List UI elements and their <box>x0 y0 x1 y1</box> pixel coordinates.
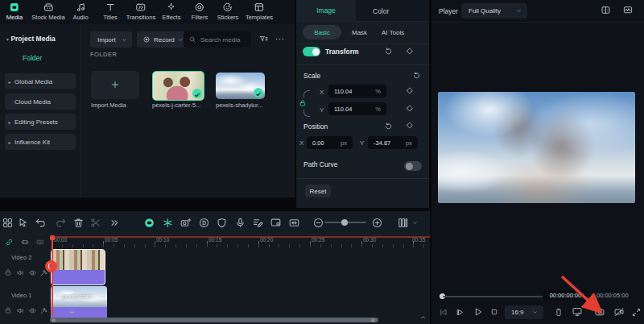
lock-track-icon[interactable] <box>4 306 12 314</box>
link-icon[interactable] <box>5 238 14 247</box>
keyframe-diamond-icon[interactable]: ◇ <box>407 104 413 112</box>
clip-video2-couple[interactable] <box>51 249 105 285</box>
tab-color[interactable]: Color <box>373 7 389 15</box>
delete-icon[interactable] <box>72 217 85 229</box>
position-y-input[interactable]: -34.87 px <box>368 136 418 149</box>
zoom-slider-handle[interactable] <box>341 219 348 226</box>
import-media-tile[interactable] <box>91 71 139 99</box>
split-icon[interactable] <box>89 217 101 229</box>
playhead-handle[interactable] <box>50 235 55 240</box>
filter-icon[interactable] <box>258 34 269 44</box>
scroll-up-icon[interactable] <box>419 313 427 322</box>
tab-image[interactable]: Image <box>296 0 356 21</box>
play-icon[interactable] <box>473 306 484 318</box>
tab-filters[interactable]: Filters <box>192 2 208 21</box>
reset-position-icon[interactable] <box>384 122 393 131</box>
mask-icon[interactable] <box>216 217 228 229</box>
position-x-input[interactable]: 0.00 px <box>307 136 353 149</box>
import-button[interactable]: Import <box>90 31 132 48</box>
add-track-button[interactable]: + <box>69 307 74 317</box>
track-options-icon[interactable] <box>2 217 14 229</box>
tab-stock-media[interactable]: Stock Media <box>31 2 64 21</box>
keyframe-diamond-icon[interactable]: ◇ <box>407 47 413 55</box>
sidebar-item-influence-kit[interactable]: ▸ Influence Kit <box>5 134 76 150</box>
lock-track-icon[interactable] <box>4 268 12 276</box>
reset-scale-icon[interactable] <box>412 71 421 80</box>
subtab-mask[interactable]: Mask <box>352 29 367 36</box>
render-preview-icon[interactable] <box>622 5 634 15</box>
reset-button[interactable]: Reset <box>305 185 331 197</box>
split-screen-icon[interactable] <box>601 5 611 15</box>
search-input[interactable]: Search media <box>184 31 251 48</box>
scrollbar-cap <box>52 318 56 322</box>
adjustment-icon[interactable] <box>252 217 264 229</box>
tab-transitions[interactable]: Transitions <box>126 2 155 21</box>
position-x-label: X <box>299 139 303 147</box>
effects-wand-icon[interactable] <box>39 306 48 315</box>
hide-track-icon[interactable] <box>28 268 37 277</box>
ruler-label: 00:20 <box>260 237 273 243</box>
sidebar-item-project-media[interactable]: ▾ Project Media <box>6 35 56 43</box>
track-manager-icon[interactable] <box>35 238 45 247</box>
select-tool-icon[interactable] <box>17 217 29 229</box>
sidebar-item-cloud-media[interactable]: Cloud Media <box>5 93 76 110</box>
clip-label: pexels-shad... <box>63 293 95 299</box>
sidebar-item-folder[interactable]: Folder <box>23 54 42 62</box>
tab-media[interactable]: Media <box>6 2 23 21</box>
marker-icon[interactable] <box>288 217 300 229</box>
tab-audio[interactable]: Audio <box>72 2 88 21</box>
sidebar-item-editing-presets[interactable]: ▸ Editing Presets <box>5 114 76 130</box>
aspect-ratio-dropdown[interactable]: 16:9 <box>505 305 543 319</box>
subtab-basic[interactable]: Basic <box>303 25 341 39</box>
freeze-frame-icon[interactable] <box>162 217 174 229</box>
keyframe-diamond-icon[interactable]: ◇ <box>407 86 413 94</box>
stop-icon[interactable] <box>489 307 499 317</box>
snapshot-icon[interactable] <box>180 217 192 229</box>
undo-icon[interactable] <box>35 217 47 229</box>
more-options-icon[interactable] <box>275 34 285 44</box>
zoom-in-icon[interactable] <box>371 217 383 229</box>
subtab-ai-tools[interactable]: AI Tools <box>382 29 404 36</box>
track-height-icon[interactable] <box>397 217 409 229</box>
quality-dropdown[interactable]: Full Quality <box>461 3 527 19</box>
record-button[interactable]: Record <box>137 31 187 48</box>
scale-y-input[interactable]: 110.04 % <box>328 102 386 115</box>
media-item-sky[interactable] <box>216 73 265 99</box>
chevron-down-icon <box>121 36 128 44</box>
speed-icon[interactable] <box>198 217 210 229</box>
hide-track-icon[interactable] <box>28 306 37 315</box>
redo-icon[interactable] <box>55 217 67 229</box>
camera-off-icon[interactable] <box>613 306 625 318</box>
horizontal-scrollbar[interactable] <box>50 318 378 322</box>
auto-ripple-icon[interactable] <box>20 238 30 247</box>
clip-thumbnail-strip <box>52 250 105 270</box>
mute-track-icon[interactable] <box>16 306 25 315</box>
clip-video1-sky[interactable]: pexels-shad... <box>51 286 107 321</box>
playhead[interactable] <box>52 235 53 316</box>
transform-toggle[interactable] <box>303 47 320 56</box>
chevron-down-icon[interactable] <box>411 219 419 226</box>
tab-stickers[interactable]: Stickers <box>217 2 239 21</box>
more-tools-icon[interactable] <box>109 217 121 229</box>
fullscreen-icon[interactable] <box>631 307 642 318</box>
next-frame-icon[interactable] <box>455 307 465 318</box>
red-marker-badge[interactable] <box>45 260 57 272</box>
seek-bar[interactable] <box>443 296 543 297</box>
tab-effects[interactable]: Effects <box>163 2 181 21</box>
zoom-out-icon[interactable] <box>312 217 324 229</box>
lock-ratio-icon[interactable] <box>299 99 307 107</box>
path-curve-toggle[interactable] <box>404 161 422 171</box>
record-toggle-icon[interactable] <box>143 217 155 229</box>
tab-titles[interactable]: Titles <box>103 2 118 21</box>
tab-templates[interactable]: Templates <box>246 2 273 21</box>
previous-frame-icon[interactable] <box>438 307 448 318</box>
scale-x-input[interactable]: 110.04 % <box>328 85 386 98</box>
media-item-couple[interactable] <box>152 71 204 101</box>
reset-transform-icon[interactable] <box>384 47 393 56</box>
sidebar-item-global-media[interactable]: ▸ Global Media <box>5 73 76 89</box>
keyframe-diamond-icon[interactable]: ◇ <box>407 121 413 129</box>
voiceover-icon[interactable] <box>234 217 246 229</box>
mute-track-icon[interactable] <box>16 268 25 277</box>
screen-record-icon[interactable] <box>270 217 282 229</box>
video-preview[interactable] <box>438 92 635 203</box>
